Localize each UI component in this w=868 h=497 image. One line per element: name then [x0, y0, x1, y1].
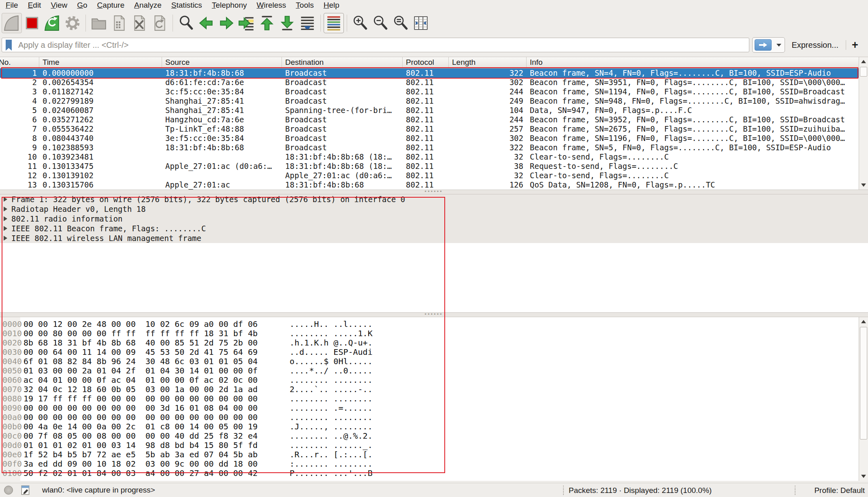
expand-triangle-icon[interactable] [4, 236, 7, 241]
hex-row-0080[interactable]: 008019 17 ff ff ff 00 00 00 00 00 00 00 … [0, 394, 868, 403]
menu-help[interactable]: Help [319, 0, 344, 11]
column-header-length[interactable]: Length [449, 57, 527, 68]
reload-file-button[interactable] [149, 13, 170, 33]
expand-triangle-icon[interactable] [4, 207, 7, 211]
menu-telephony[interactable]: Telephony [207, 0, 252, 11]
colorize-packets-button[interactable] [324, 13, 344, 33]
auto-scroll-button[interactable] [297, 13, 318, 33]
expand-triangle-icon[interactable] [4, 216, 7, 221]
go-back-button[interactable] [196, 13, 216, 33]
display-filter-field[interactable] [2, 38, 749, 52]
capture-comment-icon[interactable] [20, 485, 31, 495]
expert-info-icon[interactable] [4, 486, 13, 495]
menu-tools[interactable]: Tools [291, 0, 318, 11]
hex-splitter[interactable]: •••••• [0, 312, 868, 317]
detail-row-0[interactable]: Frame 1: 322 bytes on wire (2576 bits), … [0, 194, 868, 204]
menu-edit[interactable]: Edit [23, 0, 46, 11]
hex-row-00b0[interactable]: 00b000 4a 0e 14 00 0a 00 2c 01 c8 00 14 … [0, 422, 868, 431]
menu-wireless[interactable]: Wireless [252, 0, 291, 11]
packet-row-11[interactable]: 110.130133475Apple_27:01:ac (d0:a6:…18:3… [0, 162, 868, 171]
save-file-button[interactable] [109, 13, 129, 33]
go-first-packet-button[interactable] [257, 13, 277, 33]
display-filter-input[interactable] [2, 38, 749, 52]
restart-capture-button[interactable] [42, 13, 62, 33]
zoom-out-button[interactable] [370, 13, 390, 33]
detail-row-1[interactable]: Radiotap Header v0, Length 18 [0, 204, 868, 214]
column-header-destination[interactable]: Destination [282, 57, 403, 68]
packet-row-9[interactable]: 90.10238859318:31:bf:4b:8b:68Broadcast80… [0, 143, 868, 152]
scrollbar-thumb[interactable] [860, 327, 867, 439]
scroll-up-icon[interactable] [859, 317, 868, 326]
profile-selector[interactable]: Profile: Default [814, 486, 865, 495]
menu-analyze[interactable]: Analyze [129, 0, 166, 11]
column-header-info[interactable]: Info [527, 57, 868, 68]
filter-history-caret-icon[interactable] [776, 44, 781, 47]
packet-list-scrollbar[interactable] [859, 57, 868, 190]
hex-row-0040[interactable]: 00406f 01 08 82 84 8b 96 24 30 48 6c 03 … [0, 356, 868, 366]
menu-view[interactable]: View [46, 0, 72, 11]
packet-row-6[interactable]: 60.035271262Hangzhou_cd:7a:6eBroadcast80… [0, 115, 868, 124]
cell-info: Beacon frame, SN=948, FN=0, Flags=......… [527, 96, 868, 106]
menu-statistics[interactable]: Statistics [166, 0, 207, 11]
packet-row-10[interactable]: 100.10392348118:31:bf:4b:8b:68 (18:…802.… [0, 152, 868, 162]
hex-row-00c0[interactable]: 00c000 7f 08 05 00 08 00 00 00 00 40 dd … [0, 431, 868, 440]
hex-row-00e0[interactable]: 00e01f 52 b4 b5 b7 72 ae e5 5b ab 3a ed … [0, 450, 868, 459]
hex-row-0010[interactable]: 001000 00 80 00 00 00 ff ff ff ff ff ff … [0, 328, 868, 338]
hex-row-0050[interactable]: 005001 03 00 00 2a 01 04 2f 01 04 30 14 … [0, 366, 868, 375]
stop-capture-button[interactable] [22, 13, 42, 33]
scroll-down-icon[interactable] [859, 472, 868, 481]
column-header-no[interactable]: No. [0, 57, 39, 68]
go-last-packet-button[interactable] [277, 13, 297, 33]
hex-row-0060[interactable]: 0060ac 04 01 00 00 0f ac 04 01 00 00 0f … [0, 375, 868, 384]
hex-row-00a0[interactable]: 00a000 00 00 00 00 00 00 00 00 00 00 00 … [0, 412, 868, 422]
column-header-time[interactable]: Time [39, 57, 162, 68]
find-packet-button[interactable] [176, 13, 196, 33]
packet-row-12[interactable]: 120.130139102Apple_27:01:ac (d0:a6:…802.… [0, 171, 868, 180]
cell-destination: Broadcast [282, 143, 403, 152]
apply-filter-button[interactable] [755, 39, 772, 51]
column-header-source[interactable]: Source [162, 57, 282, 68]
packet-row-5[interactable]: 50.024060087Shanghai_27:85:41Spanning-tr… [0, 106, 868, 115]
hex-row-0090[interactable]: 009000 00 00 00 00 00 00 00 00 3d 16 01 … [0, 403, 868, 412]
packet-row-4[interactable]: 40.022799189Shanghai_27:85:41Broadcast80… [0, 96, 868, 106]
menu-go[interactable]: Go [72, 0, 92, 11]
detail-row-4[interactable]: IEEE 802.11 wireless LAN management fram… [0, 233, 868, 243]
zoom-reset-button[interactable] [390, 13, 411, 33]
details-splitter[interactable]: •••••• [0, 190, 868, 194]
menu-capture[interactable]: Capture [92, 0, 130, 11]
detail-row-2[interactable]: 802.11 radio information [0, 214, 868, 224]
expression-button[interactable]: Expression... [791, 41, 838, 50]
expand-triangle-icon[interactable] [4, 226, 7, 231]
hex-bytes: 50 f2 02 01 01 84 00 03 a4 00 00 27 a4 0… [23, 468, 258, 478]
packet-row-1[interactable]: 10.00000000018:31:bf:4b:8b:68Broadcast80… [0, 68, 868, 78]
cell-info: Beacon frame, SN=3951, FN=0, Flags=.....… [527, 78, 868, 87]
scrollbar-thumb[interactable] [860, 67, 867, 77]
packet-row-3[interactable]: 30.0118271423c:f5:cc:0e:35:84Broadcast80… [0, 87, 868, 96]
packet-row-7[interactable]: 70.055536422Tp-LinkT_ef:48:88Broadcast80… [0, 124, 868, 134]
hex-row-0070[interactable]: 007032 04 0c 12 18 60 0b 05 03 00 1a 00 … [0, 384, 868, 394]
hex-row-0000[interactable]: 000000 00 12 00 2e 48 00 00 10 02 6c 09 … [0, 319, 868, 328]
resize-columns-button[interactable] [411, 13, 431, 33]
expand-triangle-icon[interactable] [4, 197, 7, 202]
column-header-protocol[interactable]: Protocol [403, 57, 449, 68]
zoom-in-button[interactable] [350, 13, 370, 33]
add-filter-button[interactable]: + [846, 39, 864, 51]
menu-file[interactable]: File [1, 0, 23, 11]
hex-row-0100[interactable]: 010050 f2 02 01 01 84 00 03 a4 00 00 27 … [0, 468, 868, 478]
capture-options-button[interactable] [62, 13, 83, 33]
packet-row-2[interactable]: 20.002654354d6:61:fe:cd:7a:6eBroadcast80… [0, 78, 868, 87]
start-capture-button[interactable] [2, 13, 22, 33]
go-forward-button[interactable] [216, 13, 237, 33]
hex-scrollbar[interactable] [859, 317, 868, 481]
open-file-button[interactable] [89, 13, 109, 33]
hex-row-00f0[interactable]: 00f03a ed dd 09 00 10 18 02 03 00 9c 00 … [0, 459, 868, 468]
scroll-down-icon[interactable] [859, 181, 868, 190]
go-to-packet-button[interactable] [237, 13, 257, 33]
packet-row-8[interactable]: 80.0804437403e:f5:cc:0e:35:84Broadcast80… [0, 134, 868, 143]
scroll-up-icon[interactable] [859, 57, 868, 66]
hex-row-00d0[interactable]: 00d001 01 01 02 01 00 03 14 98 d8 bd b4 … [0, 440, 868, 450]
close-file-button[interactable] [129, 13, 149, 33]
hex-row-0020[interactable]: 00208b 68 18 31 bf 4b 8b 68 40 00 85 51 … [0, 338, 868, 347]
detail-row-3[interactable]: IEEE 802.11 Beacon frame, Flags: .......… [0, 224, 868, 233]
hex-row-0030[interactable]: 003000 00 64 00 11 14 00 09 45 53 50 2d … [0, 347, 868, 356]
